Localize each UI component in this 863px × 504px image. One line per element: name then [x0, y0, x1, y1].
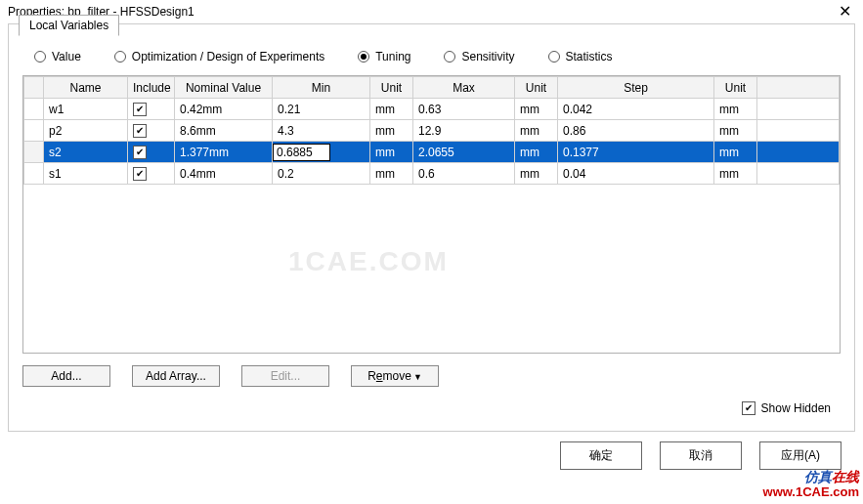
radio-sensitivity[interactable]: Sensitivity	[444, 50, 514, 63]
col-tail	[757, 77, 840, 99]
include-checkbox[interactable]: ✔	[133, 167, 147, 181]
row-handle[interactable]	[24, 99, 44, 120]
cell-unit2[interactable]: mm	[515, 120, 558, 142]
cell-nominal[interactable]: 0.4mm	[175, 163, 273, 185]
cell-unit1[interactable]: mm	[370, 142, 413, 163]
cell-unit2[interactable]: mm	[515, 163, 558, 185]
cell-tail	[757, 163, 840, 185]
radio-tuning-label: Tuning	[375, 50, 410, 63]
cell-unit3[interactable]: mm	[714, 120, 757, 142]
cell-unit3[interactable]: mm	[714, 142, 757, 163]
close-icon[interactable]: ✕	[835, 4, 855, 20]
row-handle[interactable]	[24, 120, 44, 142]
cell-max[interactable]: 0.63	[413, 99, 515, 120]
chevron-down-icon: ▼	[413, 372, 422, 382]
col-handle	[24, 77, 44, 99]
row-handle[interactable]	[24, 142, 44, 163]
col-include[interactable]: Include	[128, 77, 175, 99]
cell-max[interactable]: 12.9	[413, 120, 515, 142]
cell-max[interactable]: 2.0655	[413, 142, 515, 163]
col-nominal[interactable]: Nominal Value	[175, 77, 273, 99]
show-hidden-label: Show Hidden	[761, 401, 831, 415]
col-unit1[interactable]: Unit	[370, 77, 413, 99]
cell-step[interactable]: 0.86	[558, 120, 714, 142]
cell-step[interactable]: 0.04	[558, 163, 714, 185]
radio-opt-label: Optimization / Design of Experiments	[132, 50, 324, 63]
cell-name[interactable]: s1	[44, 163, 128, 185]
table-row[interactable]: w1✔0.42mm0.21mm0.63mm0.042mm	[24, 99, 840, 120]
cell-name[interactable]: s2	[44, 142, 128, 163]
radio-optimization[interactable]: Optimization / Design of Experiments	[114, 50, 324, 63]
radio-sens-label: Sensitivity	[461, 50, 514, 63]
cell-max[interactable]: 0.6	[413, 163, 515, 185]
add-button[interactable]: Add...	[22, 365, 110, 387]
cell-min[interactable]	[273, 142, 370, 163]
table-row[interactable]: s1✔0.4mm0.2mm0.6mm0.04mm	[24, 163, 840, 185]
cell-unit3[interactable]: mm	[714, 99, 757, 120]
show-hidden-checkbox[interactable]: ✔	[742, 401, 755, 415]
cell-tail	[757, 99, 840, 120]
tab-local-variables[interactable]: Local Variables	[19, 15, 119, 36]
apply-button[interactable]: 应用(A)	[759, 441, 841, 470]
cell-nominal[interactable]: 0.42mm	[175, 99, 273, 120]
cell-name[interactable]: p2	[44, 120, 128, 142]
cell-step[interactable]: 0.1377	[558, 142, 714, 163]
table-row[interactable]: s2✔1.377mmmm2.0655mm0.1377mm	[24, 142, 840, 163]
radio-stat-label: Statistics	[566, 50, 613, 63]
cell-unit1[interactable]: mm	[370, 163, 413, 185]
cell-unit1[interactable]: mm	[370, 120, 413, 142]
cell-min[interactable]: 0.21	[273, 99, 370, 120]
include-checkbox[interactable]: ✔	[133, 146, 147, 159]
cell-min[interactable]: 0.2	[273, 163, 370, 185]
cell-name[interactable]: w1	[44, 99, 128, 120]
min-input[interactable]	[273, 144, 330, 161]
cell-nominal[interactable]: 1.377mm	[175, 142, 273, 163]
cell-nominal[interactable]: 8.6mm	[175, 120, 273, 142]
col-unit3[interactable]: Unit	[714, 77, 757, 99]
cell-min[interactable]: 4.3	[273, 120, 370, 142]
cell-include[interactable]: ✔	[128, 142, 175, 163]
cell-include[interactable]: ✔	[128, 120, 175, 142]
grid-header-row: Name Include Nominal Value Min Unit Max …	[24, 77, 840, 99]
cell-step[interactable]: 0.042	[558, 99, 714, 120]
radio-tuning[interactable]: Tuning	[358, 50, 410, 63]
include-checkbox[interactable]: ✔	[133, 103, 147, 116]
edit-button: Edit...	[241, 365, 329, 387]
cell-unit3[interactable]: mm	[714, 163, 757, 185]
brand-overlay: 仿真在线 www.1CAE.com	[763, 469, 859, 500]
col-step[interactable]: Step	[558, 77, 714, 99]
row-handle[interactable]	[24, 163, 44, 185]
remove-button[interactable]: Remove▼	[351, 365, 439, 387]
cell-unit1[interactable]: mm	[370, 99, 413, 120]
ok-button[interactable]: 确定	[560, 441, 642, 470]
radio-value[interactable]: Value	[34, 50, 81, 63]
variables-grid[interactable]: Name Include Nominal Value Min Unit Max …	[22, 75, 841, 354]
col-min[interactable]: Min	[273, 77, 370, 99]
include-checkbox[interactable]: ✔	[133, 124, 147, 138]
cell-include[interactable]: ✔	[128, 163, 175, 185]
cell-tail	[757, 142, 840, 163]
col-name[interactable]: Name	[44, 77, 128, 99]
col-max[interactable]: Max	[413, 77, 515, 99]
radio-value-label: Value	[52, 50, 81, 63]
radio-statistics[interactable]: Statistics	[548, 50, 613, 63]
cell-tail	[757, 120, 840, 142]
cancel-button[interactable]: 取消	[660, 441, 742, 470]
table-row[interactable]: p2✔8.6mm4.3mm12.9mm0.86mm	[24, 120, 840, 142]
cell-unit2[interactable]: mm	[515, 99, 558, 120]
cell-include[interactable]: ✔	[128, 99, 175, 120]
cell-unit2[interactable]: mm	[515, 142, 558, 163]
add-array-button[interactable]: Add Array...	[132, 365, 220, 387]
col-unit2[interactable]: Unit	[515, 77, 558, 99]
